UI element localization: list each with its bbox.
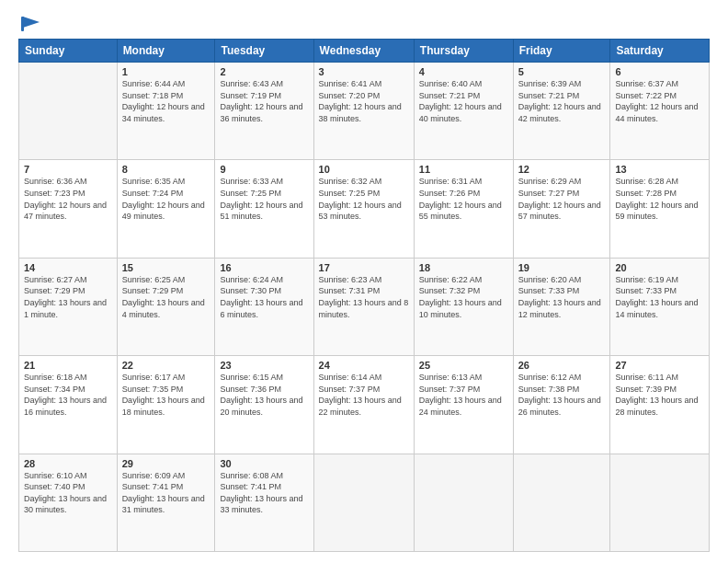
day-number: 16 [220, 262, 308, 273]
calendar-cell: 5Sunrise: 6:39 AMSunset: 7:21 PMDaylight… [513, 63, 610, 160]
day-header-friday: Friday [513, 40, 610, 63]
day-info: Sunrise: 6:27 AMSunset: 7:29 PMDaylight:… [24, 274, 112, 320]
day-number: 23 [220, 360, 308, 371]
calendar-cell [313, 454, 414, 551]
day-number: 27 [615, 360, 704, 371]
calendar-cell: 16Sunrise: 6:24 AMSunset: 7:30 PMDayligh… [215, 258, 313, 355]
day-info: Sunrise: 6:25 AMSunset: 7:29 PMDaylight:… [122, 274, 210, 320]
calendar-cell: 22Sunrise: 6:17 AMSunset: 7:35 PMDayligh… [117, 356, 215, 454]
calendar-week-2: 7Sunrise: 6:36 AMSunset: 7:23 PMDaylight… [19, 160, 710, 258]
day-number: 20 [615, 262, 704, 273]
day-info: Sunrise: 6:29 AMSunset: 7:27 PMDaylight:… [518, 176, 606, 222]
calendar-cell: 29Sunrise: 6:09 AMSunset: 7:41 PMDayligh… [117, 454, 215, 551]
calendar-cell [513, 454, 610, 551]
day-number: 4 [419, 66, 508, 77]
day-number: 21 [24, 360, 112, 371]
calendar-cell: 9Sunrise: 6:33 AMSunset: 7:25 PMDaylight… [215, 160, 313, 258]
calendar-week-5: 28Sunrise: 6:10 AMSunset: 7:40 PMDayligh… [19, 454, 710, 551]
logo-flag-icon [19, 15, 41, 33]
calendar-cell: 20Sunrise: 6:19 AMSunset: 7:33 PMDayligh… [610, 258, 710, 355]
day-header-wednesday: Wednesday [313, 40, 414, 63]
day-info: Sunrise: 6:08 AMSunset: 7:41 PMDaylight:… [220, 470, 308, 516]
day-number: 11 [419, 164, 508, 175]
day-info: Sunrise: 6:10 AMSunset: 7:40 PMDaylight:… [24, 470, 112, 516]
calendar-week-1: 1Sunrise: 6:44 AMSunset: 7:18 PMDaylight… [19, 63, 710, 160]
calendar-cell: 11Sunrise: 6:31 AMSunset: 7:26 PMDayligh… [414, 160, 513, 258]
day-info: Sunrise: 6:32 AMSunset: 7:25 PMDaylight:… [319, 176, 409, 222]
day-info: Sunrise: 6:37 AMSunset: 7:22 PMDaylight:… [615, 78, 704, 124]
day-info: Sunrise: 6:19 AMSunset: 7:33 PMDaylight:… [615, 274, 704, 320]
calendar-cell: 23Sunrise: 6:15 AMSunset: 7:36 PMDayligh… [215, 356, 313, 454]
day-info: Sunrise: 6:22 AMSunset: 7:32 PMDaylight:… [419, 274, 508, 320]
calendar-cell: 1Sunrise: 6:44 AMSunset: 7:18 PMDaylight… [117, 63, 215, 160]
day-number: 26 [518, 360, 606, 371]
day-info: Sunrise: 6:12 AMSunset: 7:38 PMDaylight:… [518, 372, 606, 418]
calendar-cell: 28Sunrise: 6:10 AMSunset: 7:40 PMDayligh… [19, 454, 118, 551]
day-info: Sunrise: 6:35 AMSunset: 7:24 PMDaylight:… [122, 176, 210, 222]
calendar-cell [414, 454, 513, 551]
calendar-cell [19, 63, 118, 160]
calendar-week-4: 21Sunrise: 6:18 AMSunset: 7:34 PMDayligh… [19, 356, 710, 454]
day-number: 14 [24, 262, 112, 273]
calendar-cell: 24Sunrise: 6:14 AMSunset: 7:37 PMDayligh… [313, 356, 414, 454]
day-info: Sunrise: 6:17 AMSunset: 7:35 PMDaylight:… [122, 372, 210, 418]
day-number: 25 [419, 360, 508, 371]
day-number: 18 [419, 262, 508, 273]
day-number: 22 [122, 360, 210, 371]
day-header-tuesday: Tuesday [215, 40, 313, 63]
day-number: 7 [24, 164, 112, 175]
day-info: Sunrise: 6:18 AMSunset: 7:34 PMDaylight:… [24, 372, 112, 418]
day-info: Sunrise: 6:31 AMSunset: 7:26 PMDaylight:… [419, 176, 508, 222]
day-number: 5 [518, 66, 606, 77]
calendar-cell: 21Sunrise: 6:18 AMSunset: 7:34 PMDayligh… [19, 356, 118, 454]
day-info: Sunrise: 6:33 AMSunset: 7:25 PMDaylight:… [220, 176, 308, 222]
day-number: 3 [319, 66, 409, 77]
calendar-cell: 4Sunrise: 6:40 AMSunset: 7:21 PMDaylight… [414, 63, 513, 160]
day-number: 1 [122, 66, 210, 77]
day-info: Sunrise: 6:15 AMSunset: 7:36 PMDaylight:… [220, 372, 308, 418]
day-info: Sunrise: 6:28 AMSunset: 7:28 PMDaylight:… [615, 176, 704, 222]
day-number: 12 [518, 164, 606, 175]
day-header-sunday: Sunday [19, 40, 118, 63]
calendar-cell: 2Sunrise: 6:43 AMSunset: 7:19 PMDaylight… [215, 63, 313, 160]
day-number: 29 [122, 458, 210, 469]
day-info: Sunrise: 6:40 AMSunset: 7:21 PMDaylight:… [419, 78, 508, 124]
svg-rect-1 [21, 17, 24, 31]
day-info: Sunrise: 6:36 AMSunset: 7:23 PMDaylight:… [24, 176, 112, 222]
day-number: 17 [319, 262, 409, 273]
day-number: 10 [319, 164, 409, 175]
day-info: Sunrise: 6:43 AMSunset: 7:19 PMDaylight:… [220, 78, 308, 124]
day-info: Sunrise: 6:14 AMSunset: 7:37 PMDaylight:… [319, 372, 409, 418]
day-header-monday: Monday [117, 40, 215, 63]
day-number: 30 [220, 458, 308, 469]
calendar-cell: 8Sunrise: 6:35 AMSunset: 7:24 PMDaylight… [117, 160, 215, 258]
calendar-cell [610, 454, 710, 551]
calendar-cell: 12Sunrise: 6:29 AMSunset: 7:27 PMDayligh… [513, 160, 610, 258]
calendar-cell: 6Sunrise: 6:37 AMSunset: 7:22 PMDaylight… [610, 63, 710, 160]
calendar-week-3: 14Sunrise: 6:27 AMSunset: 7:29 PMDayligh… [19, 258, 710, 355]
day-header-saturday: Saturday [610, 40, 710, 63]
day-number: 6 [615, 66, 704, 77]
day-info: Sunrise: 6:11 AMSunset: 7:39 PMDaylight:… [615, 372, 704, 418]
calendar-header-row: SundayMondayTuesdayWednesdayThursdayFrid… [19, 40, 710, 63]
day-number: 24 [319, 360, 409, 371]
day-info: Sunrise: 6:23 AMSunset: 7:31 PMDaylight:… [319, 274, 409, 320]
calendar-cell: 7Sunrise: 6:36 AMSunset: 7:23 PMDaylight… [19, 160, 118, 258]
day-number: 19 [518, 262, 606, 273]
day-number: 15 [122, 262, 210, 273]
page-header [18, 15, 710, 29]
day-info: Sunrise: 6:24 AMSunset: 7:30 PMDaylight:… [220, 274, 308, 320]
svg-marker-0 [23, 17, 40, 28]
calendar-cell: 17Sunrise: 6:23 AMSunset: 7:31 PMDayligh… [313, 258, 414, 355]
logo [18, 15, 41, 29]
day-info: Sunrise: 6:09 AMSunset: 7:41 PMDaylight:… [122, 470, 210, 516]
day-header-thursday: Thursday [414, 40, 513, 63]
calendar-cell: 3Sunrise: 6:41 AMSunset: 7:20 PMDaylight… [313, 63, 414, 160]
day-number: 13 [615, 164, 704, 175]
day-info: Sunrise: 6:20 AMSunset: 7:33 PMDaylight:… [518, 274, 606, 320]
day-info: Sunrise: 6:13 AMSunset: 7:37 PMDaylight:… [419, 372, 508, 418]
calendar-cell: 25Sunrise: 6:13 AMSunset: 7:37 PMDayligh… [414, 356, 513, 454]
calendar-cell: 14Sunrise: 6:27 AMSunset: 7:29 PMDayligh… [19, 258, 118, 355]
day-info: Sunrise: 6:39 AMSunset: 7:21 PMDaylight:… [518, 78, 606, 124]
calendar-cell: 26Sunrise: 6:12 AMSunset: 7:38 PMDayligh… [513, 356, 610, 454]
